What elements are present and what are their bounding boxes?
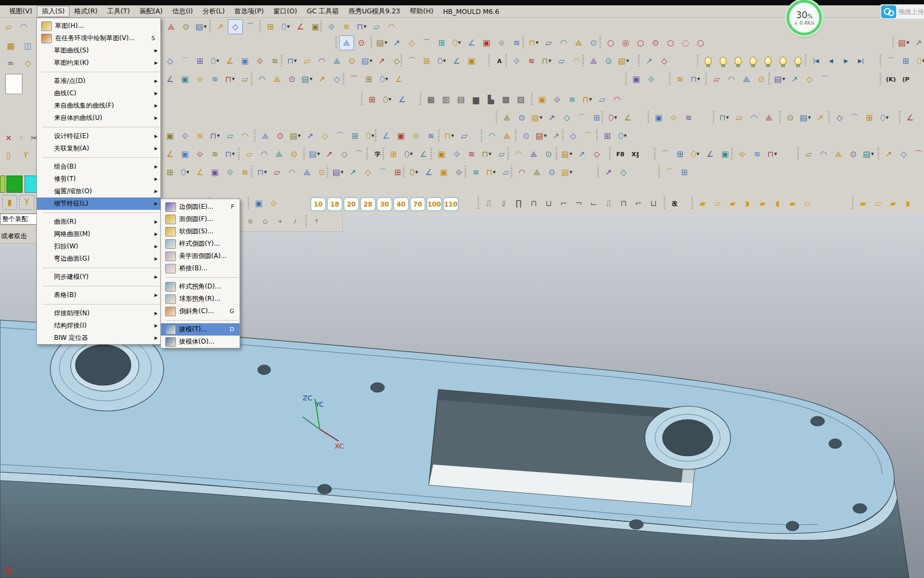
preset-number-button-100[interactable]: 100 <box>426 197 442 211</box>
tool-icon-改[interactable]: 改 <box>667 196 682 211</box>
left-tool-icon[interactable]: Y <box>18 148 33 163</box>
tool-icon-step[interactable]: ⎎ <box>496 196 511 211</box>
tool-icon[interactable]: ⊓▼ <box>479 147 494 162</box>
tool-icon-small[interactable]: ↑ <box>309 214 324 229</box>
tool-icon[interactable]: ⟁ <box>831 147 846 162</box>
tool-icon[interactable]: ⊓▼ <box>688 72 703 87</box>
tool-icon-chart[interactable]: ▩ <box>498 92 513 107</box>
menu-item-曲线C[interactable]: 曲线(C)▶ <box>37 87 160 100</box>
toolbar-separator-handle[interactable] <box>625 73 627 85</box>
tool-icon[interactable]: ∠ <box>449 54 464 69</box>
tool-icon[interactable]: ≋ <box>565 92 580 107</box>
tool-icon[interactable]: ⊙ <box>273 128 288 143</box>
tool-icon[interactable]: ▤▼ <box>772 72 787 87</box>
tool-icon-chart[interactable]: ▥ <box>438 92 453 107</box>
toolbar-separator-handle[interactable] <box>713 111 714 123</box>
tool-icon[interactable]: ↗ <box>911 35 924 50</box>
tool-icon[interactable]: ▣ <box>436 165 451 180</box>
tool-icon[interactable]: ⬯▼ <box>877 110 892 125</box>
tool-icon[interactable]: ▤▼ <box>896 35 911 50</box>
tool-icon[interactable]: ⊞ <box>365 92 380 107</box>
tool-icon[interactable]: ⌒ <box>404 54 419 69</box>
tool-icon[interactable]: ▣ <box>237 54 252 69</box>
menu-item-关联复制A[interactable]: 关联复制(A)▶ <box>37 142 160 155</box>
tool-icon[interactable]: ↗ <box>213 19 228 34</box>
menu-item-草图H[interactable]: 草图(H)... <box>37 20 160 32</box>
tool-icon[interactable]: ▤▼ <box>559 147 574 162</box>
tool-icon-step[interactable]: ⊓ <box>526 196 541 211</box>
menu-item-基准点D[interactable]: 基准/点(D)▶ <box>37 75 160 87</box>
preset-number-button-40[interactable]: 40 <box>393 197 409 211</box>
tool-icon[interactable]: ◠ <box>746 110 761 125</box>
tool-icon[interactable]: ⊙ <box>354 35 369 50</box>
bulb-icon[interactable] <box>775 54 790 69</box>
menu-item-焊接助理N[interactable]: 焊接助理(N)▶ <box>37 307 160 320</box>
tool-icon[interactable]: ⟁ <box>526 147 541 162</box>
tool-icon[interactable]: ⊙ <box>179 19 194 34</box>
tool-icon-ring[interactable]: ◎ <box>618 35 633 50</box>
tool-icon[interactable]: ∠ <box>192 165 207 180</box>
tool-icon-X‖[interactable]: X‖ <box>628 147 643 162</box>
tool-icon[interactable]: ≋ <box>524 54 539 69</box>
tool-icon[interactable]: ⬯▼ <box>615 128 630 143</box>
tool-icon[interactable]: ⊙ <box>544 165 559 180</box>
tool-icon[interactable]: ⌒ <box>883 54 898 69</box>
tool-icon[interactable]: ◠ <box>514 165 529 180</box>
menu-item-在任务环境中绘制草图V[interactable]: 在任务环境中绘制草图(V)...S <box>37 32 160 44</box>
tool-icon[interactable]: ↗ <box>813 110 828 125</box>
tool-icon[interactable]: ↗ <box>389 35 404 50</box>
left-tool-icon[interactable]: ▮ <box>2 195 17 210</box>
tool-icon-gold[interactable]: ▰ <box>695 196 710 211</box>
bulb-icon[interactable] <box>700 54 715 69</box>
tool-icon[interactable]: ⟐ <box>666 110 681 125</box>
tool-icon[interactable]: ∠ <box>464 35 479 50</box>
toolbar-separator-handle[interactable] <box>515 130 517 141</box>
tool-icon[interactable]: ⬯▼ <box>401 147 416 162</box>
tool-icon[interactable]: ⌒ <box>419 35 434 50</box>
toolbar-separator-handle[interactable] <box>382 148 384 159</box>
tool-icon[interactable]: ⬯▼ <box>406 165 421 180</box>
tool-icon-step[interactable]: ⌐ <box>556 196 571 211</box>
tool-icon-step[interactable]: ⌙ <box>586 196 601 211</box>
bulb-icon[interactable] <box>745 54 760 69</box>
tool-icon[interactable]: ⌒ <box>178 54 192 69</box>
tool-icon[interactable]: ▱ <box>369 19 384 34</box>
tool-icon[interactable]: ∠ <box>293 19 308 34</box>
tool-icon[interactable]: ◠ <box>255 72 270 87</box>
tool-icon[interactable]: ▣ <box>163 128 178 143</box>
tool-icon[interactable]: ▤▼ <box>798 110 813 125</box>
tool-icon[interactable]: ◇ <box>337 147 352 162</box>
tool-icon[interactable]: ⊙ <box>514 110 529 125</box>
tool-icon[interactable]: ▣ <box>629 72 644 87</box>
toolbar-separator-handle[interactable] <box>654 148 656 159</box>
tool-icon[interactable]: ◇ <box>329 72 344 87</box>
tool-icon[interactable]: ⬯▼ <box>380 92 395 107</box>
bulb-icon[interactable] <box>715 54 730 69</box>
tool-icon[interactable]: ≋ <box>237 165 252 180</box>
tool-icon[interactable]: ◇ <box>802 72 817 87</box>
tool-icon[interactable]: ∠ <box>163 147 178 162</box>
menu-item-BIW定位器[interactable]: BIW 定位器▶ <box>37 332 160 344</box>
tool-icon[interactable]: ≋ <box>339 19 354 34</box>
tool-icon-step[interactable]: ⊓ <box>616 196 631 211</box>
tool-icon[interactable]: ▣ <box>207 165 222 180</box>
tool-icon[interactable]: ◠ <box>724 72 739 87</box>
tool-icon[interactable]: ⊞ <box>677 165 692 180</box>
tool-icon[interactable]: ⟐ <box>509 54 524 69</box>
toolbar-separator-handle[interactable] <box>779 111 781 123</box>
tool-icon[interactable]: ◇ <box>657 54 672 69</box>
color-swatch-1[interactable] <box>6 176 22 193</box>
tool-icon[interactable]: ≋ <box>192 128 207 143</box>
menu-item-曲面R[interactable]: 曲面(R)▶ <box>37 216 160 228</box>
tool-icon[interactable]: ▣ <box>251 196 266 211</box>
tool-icon-ring[interactable]: ○ <box>663 35 678 50</box>
tool-icon[interactable]: ↗ <box>574 147 589 162</box>
tool-icon[interactable]: ⊓▼ <box>207 128 222 143</box>
tool-icon[interactable]: ⬯▼ <box>278 19 293 34</box>
tool-icon[interactable]: ⟐ <box>252 54 267 69</box>
tool-icon[interactable]: ⊙ <box>284 72 299 87</box>
tool-icon-step[interactable]: ∏ <box>511 196 526 211</box>
left-tool-icon[interactable]: ▯ <box>1 148 16 163</box>
menu-item-表格B[interactable]: 表格(B)▶ <box>37 289 160 301</box>
menu-item-拔模体O[interactable]: 拔模体(O)... <box>161 336 240 348</box>
